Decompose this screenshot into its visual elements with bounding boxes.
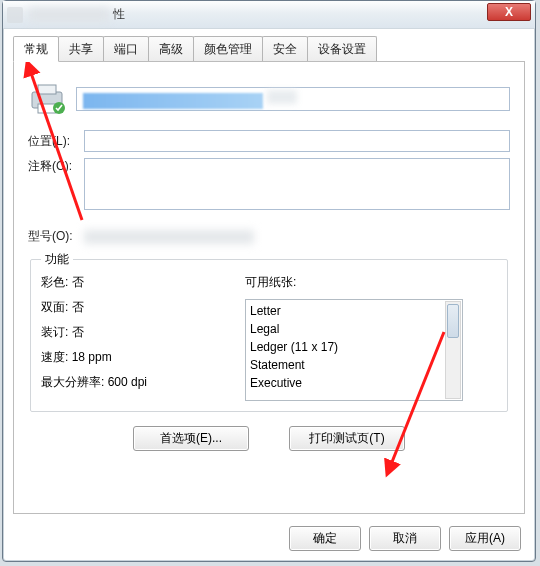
paper-option[interactable]: Statement (250, 356, 458, 374)
dialog-buttons: 确定 取消 应用(A) (3, 520, 535, 561)
tab-color[interactable]: 颜色管理 (193, 36, 263, 62)
features-group: 功能 彩色: 否 双面: 否 装订: 否 速度: 18 ppm 最大分辨率: 6… (30, 251, 508, 412)
paper-label: 可用纸张: (245, 274, 463, 291)
svg-rect-1 (38, 85, 56, 94)
print-test-page-button[interactable]: 打印测试页(T) (289, 426, 405, 451)
feature-staple: 装订: 否 (41, 324, 231, 341)
location-input[interactable] (84, 130, 510, 152)
feature-speed: 速度: 18 ppm (41, 349, 231, 366)
paper-option[interactable]: Letter (250, 302, 458, 320)
general-pane: 位置(L): 注释(C): 型号(O): 功能 彩色: 否 双面: 否 装订: … (13, 61, 525, 514)
close-icon: X (505, 5, 513, 19)
paper-option[interactable]: Executive (250, 374, 458, 392)
paper-listbox[interactable]: Letter Legal Ledger (11 x 17) Statement … (245, 299, 463, 401)
tab-general[interactable]: 常规 (13, 36, 59, 62)
features-legend: 功能 (41, 251, 73, 268)
tab-security[interactable]: 安全 (262, 36, 308, 62)
tab-advanced[interactable]: 高级 (148, 36, 194, 62)
feature-maxres: 最大分辨率: 600 dpi (41, 374, 231, 391)
tab-sharing[interactable]: 共享 (58, 36, 104, 62)
paper-option[interactable]: Legal (250, 320, 458, 338)
close-button[interactable]: X (487, 3, 531, 21)
tab-device[interactable]: 设备设置 (307, 36, 377, 62)
feature-duplex: 双面: 否 (41, 299, 231, 316)
printer-title-icon (7, 7, 23, 23)
model-value (84, 230, 254, 244)
paper-option[interactable]: Ledger (11 x 17) (250, 338, 458, 356)
apply-button[interactable]: 应用(A) (449, 526, 521, 551)
printer-icon (28, 82, 68, 116)
cancel-button[interactable]: 取消 (369, 526, 441, 551)
printer-name-input[interactable] (76, 87, 510, 111)
ok-button[interactable]: 确定 (289, 526, 361, 551)
tab-ports[interactable]: 端口 (103, 36, 149, 62)
preferences-button[interactable]: 首选项(E)... (133, 426, 249, 451)
location-label: 位置(L): (28, 133, 84, 150)
comment-label: 注释(C): (28, 158, 84, 175)
properties-dialog: 性 X 常规 共享 端口 高级 颜色管理 安全 设备设置 (2, 0, 536, 562)
window-title: 性 (29, 6, 487, 23)
comment-textarea[interactable] (84, 158, 510, 210)
model-label: 型号(O): (28, 228, 84, 245)
title-bar[interactable]: 性 X (3, 1, 535, 29)
feature-color: 彩色: 否 (41, 274, 231, 291)
scrollbar[interactable] (445, 301, 461, 399)
tab-strip: 常规 共享 端口 高级 颜色管理 安全 设备设置 (3, 29, 535, 61)
scroll-thumb[interactable] (447, 304, 459, 338)
